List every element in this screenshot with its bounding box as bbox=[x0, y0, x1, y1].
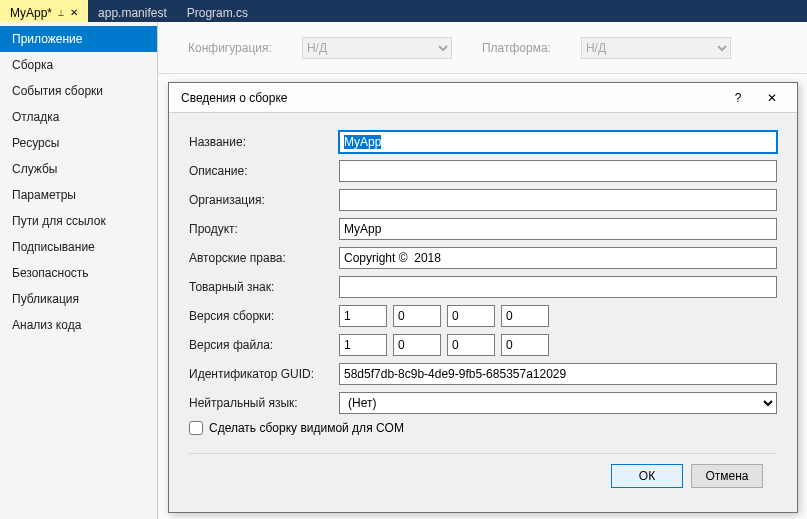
sidebar-item-build[interactable]: Сборка bbox=[0, 52, 157, 78]
copyright-label: Авторские права: bbox=[189, 251, 339, 265]
dialog-footer: ОК Отмена bbox=[189, 453, 777, 502]
file-version-revision[interactable] bbox=[501, 334, 549, 356]
tab-program-cs[interactable]: Program.cs bbox=[177, 0, 258, 22]
description-field[interactable] bbox=[339, 160, 777, 182]
copyright-field[interactable] bbox=[339, 247, 777, 269]
sidebar-item-label: Публикация bbox=[12, 292, 79, 306]
guid-field[interactable] bbox=[339, 363, 777, 385]
assembly-version-major[interactable] bbox=[339, 305, 387, 327]
help-icon: ? bbox=[735, 91, 742, 105]
sidebar-item-label: Анализ кода bbox=[12, 318, 81, 332]
close-icon[interactable]: ✕ bbox=[70, 7, 78, 18]
assembly-version-minor[interactable] bbox=[393, 305, 441, 327]
platform-label: Платформа: bbox=[482, 41, 551, 55]
file-version-build[interactable] bbox=[447, 334, 495, 356]
neutral-language-select[interactable]: (Нет) bbox=[339, 392, 777, 414]
sidebar-item-label: Ресурсы bbox=[12, 136, 59, 150]
sidebar-item-label: Безопасность bbox=[12, 266, 89, 280]
close-button[interactable]: ✕ bbox=[755, 86, 789, 110]
description-label: Описание: bbox=[189, 164, 339, 178]
sidebar-item-signing[interactable]: Подписывание bbox=[0, 234, 157, 260]
organization-label: Организация: bbox=[189, 193, 339, 207]
tab-label: app.manifest bbox=[98, 6, 167, 20]
dialog-titlebar[interactable]: Сведения о сборке ? ✕ bbox=[169, 83, 797, 113]
cancel-label: Отмена bbox=[705, 469, 748, 483]
sidebar-item-label: Параметры bbox=[12, 188, 76, 202]
properties-content: Конфигурация: Н/Д Платформа: Н/Д Сведени… bbox=[158, 22, 807, 519]
platform-select: Н/Д bbox=[581, 37, 731, 59]
sidebar-item-debug[interactable]: Отладка bbox=[0, 104, 157, 130]
sidebar-item-reference-paths[interactable]: Пути для ссылок bbox=[0, 208, 157, 234]
com-visible-checkbox[interactable] bbox=[189, 421, 203, 435]
product-label: Продукт: bbox=[189, 222, 339, 236]
sidebar-item-label: Сборка bbox=[12, 58, 53, 72]
com-visible-label: Сделать сборку видимой для COM bbox=[209, 421, 404, 435]
file-version-label: Версия файла: bbox=[189, 338, 339, 352]
help-button[interactable]: ? bbox=[721, 86, 755, 110]
product-field[interactable] bbox=[339, 218, 777, 240]
close-icon: ✕ bbox=[767, 91, 777, 105]
sidebar-item-build-events[interactable]: События сборки bbox=[0, 78, 157, 104]
organization-field[interactable] bbox=[339, 189, 777, 211]
config-platform-row: Конфигурация: Н/Д Платформа: Н/Д bbox=[158, 22, 807, 74]
pin-icon[interactable]: ⟂ bbox=[58, 7, 64, 18]
cancel-button[interactable]: Отмена bbox=[691, 464, 763, 488]
tab-app-manifest[interactable]: app.manifest bbox=[88, 0, 177, 22]
assembly-version-revision[interactable] bbox=[501, 305, 549, 327]
sidebar-item-label: Приложение bbox=[12, 32, 82, 46]
assembly-version-build[interactable] bbox=[447, 305, 495, 327]
sidebar-item-code-analysis[interactable]: Анализ кода bbox=[0, 312, 157, 338]
sidebar-item-label: События сборки bbox=[12, 84, 103, 98]
neutral-language-label: Нейтральный язык: bbox=[189, 396, 339, 410]
sidebar-item-label: Отладка bbox=[12, 110, 59, 124]
dialog-title: Сведения о сборке bbox=[181, 91, 721, 105]
document-tabbar: MyApp* ⟂ ✕ app.manifest Program.cs bbox=[0, 0, 807, 22]
tab-myapp[interactable]: MyApp* ⟂ ✕ bbox=[0, 0, 88, 22]
sidebar-item-resources[interactable]: Ресурсы bbox=[0, 130, 157, 156]
sidebar-item-publish[interactable]: Публикация bbox=[0, 286, 157, 312]
sidebar-item-settings[interactable]: Параметры bbox=[0, 182, 157, 208]
ok-button[interactable]: ОК bbox=[611, 464, 683, 488]
trademark-field[interactable] bbox=[339, 276, 777, 298]
file-version-major[interactable] bbox=[339, 334, 387, 356]
project-properties-sidebar: Приложение Сборка События сборки Отладка… bbox=[0, 22, 158, 519]
dialog-body: Название: Описание: Организация: Продукт… bbox=[169, 113, 797, 512]
tab-label: MyApp* bbox=[10, 6, 52, 20]
guid-label: Идентификатор GUID: bbox=[189, 367, 339, 381]
sidebar-item-label: Подписывание bbox=[12, 240, 95, 254]
sidebar-item-label: Службы bbox=[12, 162, 57, 176]
ok-label: ОК bbox=[639, 469, 655, 483]
sidebar-item-application[interactable]: Приложение bbox=[0, 26, 157, 52]
sidebar-item-label: Пути для ссылок bbox=[12, 214, 106, 228]
sidebar-item-services[interactable]: Службы bbox=[0, 156, 157, 182]
configuration-select: Н/Д bbox=[302, 37, 452, 59]
assembly-info-dialog: Сведения о сборке ? ✕ Название: Описание… bbox=[168, 82, 798, 513]
file-version-minor[interactable] bbox=[393, 334, 441, 356]
trademark-label: Товарный знак: bbox=[189, 280, 339, 294]
configuration-label: Конфигурация: bbox=[188, 41, 272, 55]
tab-label: Program.cs bbox=[187, 6, 248, 20]
name-label: Название: bbox=[189, 135, 339, 149]
name-field[interactable] bbox=[339, 131, 777, 153]
sidebar-item-security[interactable]: Безопасность bbox=[0, 260, 157, 286]
assembly-version-label: Версия сборки: bbox=[189, 309, 339, 323]
